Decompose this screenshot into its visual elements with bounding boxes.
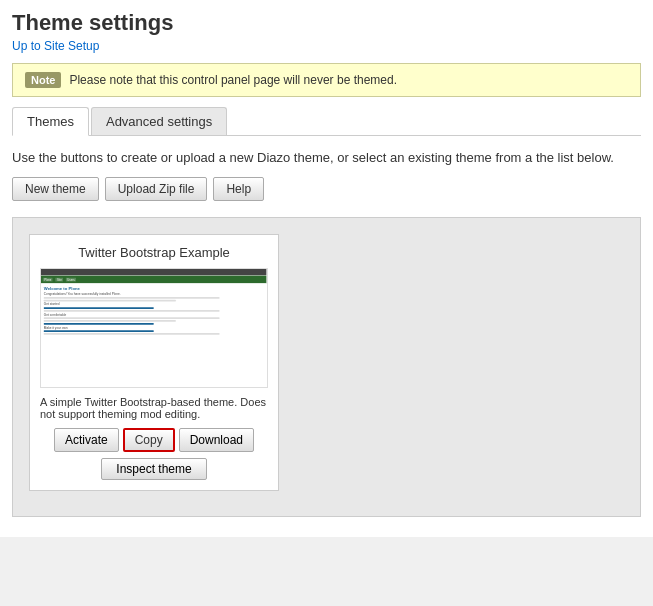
preview-line-3 <box>44 310 220 312</box>
preview-nav-item1: Site <box>56 278 64 282</box>
inspect-theme-button[interactable]: Inspect theme <box>101 458 206 480</box>
preview-line-1 <box>44 297 220 299</box>
description-text: Use the buttons to create or upload a ne… <box>12 150 641 165</box>
activate-button[interactable]: Activate <box>54 428 119 452</box>
themes-area: Twitter Bootstrap Example Plone Site Use… <box>12 217 641 517</box>
page-title: Theme settings <box>12 10 641 36</box>
preview-inner: Plone Site Users Welcome to Plone Congra… <box>41 269 266 339</box>
preview-content: Welcome to Plone Congratulations! You ha… <box>41 283 266 338</box>
theme-card-title: Twitter Bootstrap Example <box>40 245 268 260</box>
preview-line-2 <box>44 300 176 302</box>
preview-get-started: Get started <box>44 303 264 307</box>
preview-line-5 <box>44 320 176 322</box>
note-label: Note <box>25 72 61 88</box>
theme-buttons-row: Activate Copy Download <box>40 428 268 452</box>
preview-link-line <box>44 307 154 309</box>
help-button[interactable]: Help <box>213 177 264 201</box>
preview-line-6 <box>44 333 220 335</box>
preview-navbar: Plone Site Users <box>41 276 266 284</box>
preview-get-comfortable: Get comfortable <box>44 313 264 317</box>
page-wrapper: Theme settings Up to Site Setup Note Ple… <box>0 0 653 537</box>
copy-button[interactable]: Copy <box>123 428 175 452</box>
theme-card: Twitter Bootstrap Example Plone Site Use… <box>29 234 279 491</box>
preview-nav-brand: Plone <box>43 278 53 282</box>
note-box: Note Please note that this control panel… <box>12 63 641 97</box>
tab-themes[interactable]: Themes <box>12 107 89 136</box>
preview-content-subheading: Congratulations! You have successfully i… <box>44 292 264 296</box>
preview-content-heading: Welcome to Plone <box>44 286 264 291</box>
preview-link-line-2 <box>44 323 154 325</box>
tab-advanced-settings[interactable]: Advanced settings <box>91 107 227 135</box>
preview-link-line-3 <box>44 330 154 332</box>
preview-make-it-your-own: Make it your own <box>44 326 264 330</box>
theme-preview: Plone Site Users Welcome to Plone Congra… <box>40 268 268 388</box>
new-theme-button[interactable]: New theme <box>12 177 99 201</box>
actions-row: New theme Upload Zip file Help <box>12 177 641 201</box>
theme-description: A simple Twitter Bootstrap-based theme. … <box>40 396 268 424</box>
note-text: Please note that this control panel page… <box>69 73 397 87</box>
tabs-container: Themes Advanced settings <box>12 107 641 136</box>
upload-zip-button[interactable]: Upload Zip file <box>105 177 208 201</box>
preview-nav-item2: Users <box>66 278 76 282</box>
preview-browser-bar <box>41 269 266 275</box>
breadcrumb-link[interactable]: Up to Site Setup <box>12 39 99 53</box>
download-button[interactable]: Download <box>179 428 254 452</box>
preview-line-4 <box>44 317 220 319</box>
